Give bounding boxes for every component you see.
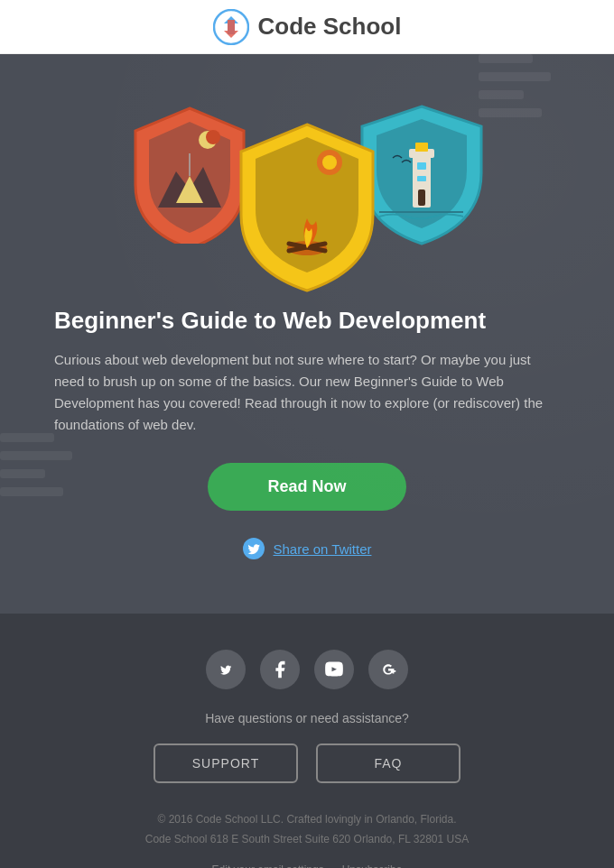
header: Code School xyxy=(0,0,614,54)
support-button[interactable]: SUPPORT xyxy=(154,743,298,783)
twitter-share-wrapper: Share on Twitter xyxy=(54,538,560,559)
svg-rect-26 xyxy=(417,176,426,181)
svg-rect-24 xyxy=(418,189,425,206)
social-icon-youtube[interactable] xyxy=(314,650,354,689)
svg-rect-25 xyxy=(417,162,426,170)
footer-buttons: SUPPORT FAQ xyxy=(18,743,596,783)
svg-rect-23 xyxy=(415,143,428,152)
logo-icon xyxy=(213,9,249,45)
social-icon-twitter[interactable] xyxy=(206,650,246,689)
logo-title: Code School xyxy=(258,13,402,41)
svg-point-17 xyxy=(322,155,337,170)
logo-wrapper: Code School xyxy=(213,9,402,45)
edit-email-link[interactable]: Edit your email settings xyxy=(212,863,324,868)
footer-question: Have questions or need assistance? xyxy=(18,711,596,725)
svg-rect-4 xyxy=(479,72,551,81)
twitter-share-link[interactable]: Share on Twitter xyxy=(274,541,372,557)
address-text: Code School 618 E South Street Suite 620… xyxy=(145,833,469,845)
badge-center xyxy=(230,117,384,293)
hero-section: Beginner's Guide to Web Development Curi… xyxy=(0,54,614,614)
footer: Have questions or need assistance? SUPPO… xyxy=(0,614,614,868)
svg-rect-3 xyxy=(479,54,533,63)
copyright-text: © 2016 Code School LLC. Crafted lovingly… xyxy=(157,813,456,826)
unsubscribe-link[interactable]: Unsubscribe xyxy=(342,863,403,868)
faq-button[interactable]: FAQ xyxy=(316,743,460,783)
svg-rect-10 xyxy=(0,487,63,496)
social-icon-facebook[interactable] xyxy=(260,650,300,689)
footer-links: Edit your email settings Unsubscribe xyxy=(18,863,596,868)
twitter-icon xyxy=(243,538,265,559)
badges-container xyxy=(54,90,560,280)
svg-rect-7 xyxy=(0,433,54,442)
svg-rect-9 xyxy=(0,469,45,478)
read-now-button[interactable]: Read Now xyxy=(208,463,406,511)
svg-point-15 xyxy=(206,130,220,144)
social-icons xyxy=(18,650,596,689)
footer-copy: © 2016 Code School LLC. Crafted lovingly… xyxy=(18,810,596,849)
hero-title: Beginner's Guide to Web Development xyxy=(54,307,560,335)
svg-rect-8 xyxy=(0,451,72,460)
hero-body: Curious about web development but not su… xyxy=(54,349,560,436)
social-icon-googleplus[interactable] xyxy=(368,650,408,689)
